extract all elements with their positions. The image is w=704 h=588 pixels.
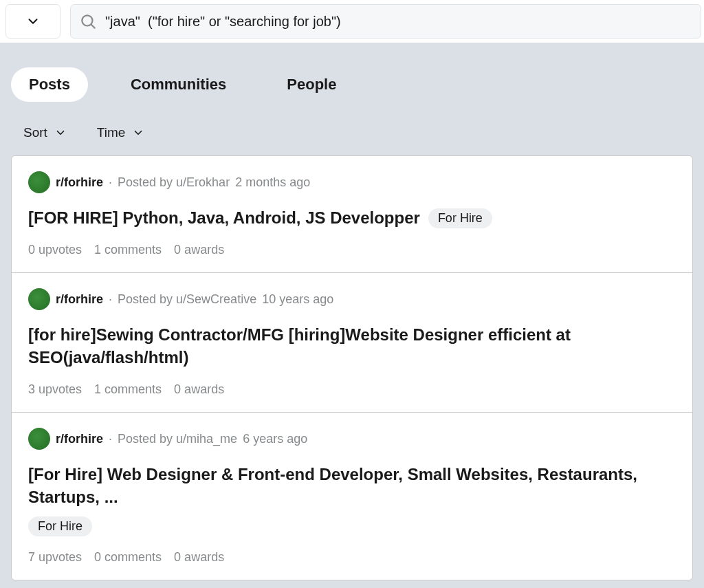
post-title-row: [FOR HIRE] Python, Java, Android, JS Dev…: [28, 207, 676, 229]
post-title[interactable]: [for hire]Sewing Contractor/MFG [hiring]…: [28, 324, 676, 369]
meta-separator: ·: [109, 432, 112, 446]
post-item[interactable]: r/forhire · Posted by u/miha_me 6 years …: [12, 413, 692, 580]
meta-separator: ·: [109, 292, 112, 307]
search-input[interactable]: [105, 14, 692, 30]
post-title-row: [For Hire] Web Designer & Front-end Deve…: [28, 464, 676, 536]
chevron-down-icon: [54, 127, 67, 139]
post-item[interactable]: r/forhire · Posted by u/SewCreative 10 y…: [12, 273, 692, 413]
awards-count: 0 awards: [174, 550, 224, 565]
tab-communities[interactable]: Communities: [113, 67, 244, 102]
post-stats: 0 upvotes 1 comments 0 awards: [28, 243, 676, 257]
subreddit-avatar[interactable]: [28, 288, 50, 310]
meta-separator: ·: [109, 175, 112, 190]
filter-row: Sort Time: [11, 125, 693, 140]
result-tabs: Posts Communities People: [11, 67, 693, 102]
post-time: 6 years ago: [243, 432, 307, 446]
post-stats: 7 upvotes 0 comments 0 awards: [28, 550, 676, 565]
post-time: 2 months ago: [235, 175, 310, 190]
post-title[interactable]: [FOR HIRE] Python, Java, Android, JS Dev…: [28, 207, 420, 229]
post-time: 10 years ago: [262, 292, 333, 307]
post-tag[interactable]: For Hire: [28, 516, 92, 536]
search-icon: [79, 12, 97, 30]
upvotes-count: 0 upvotes: [28, 243, 82, 257]
post-title-row: [for hire]Sewing Contractor/MFG [hiring]…: [28, 324, 676, 369]
post-title[interactable]: [For Hire] Web Designer & Front-end Deve…: [28, 464, 676, 508]
posted-by[interactable]: Posted by u/Erokhar: [118, 175, 230, 190]
subreddit-avatar[interactable]: [28, 428, 50, 450]
chevron-down-icon: [132, 127, 144, 139]
post-tag[interactable]: For Hire: [428, 208, 492, 228]
post-meta: r/forhire · Posted by u/SewCreative 10 y…: [28, 288, 676, 310]
awards-count: 0 awards: [174, 243, 224, 257]
posted-by[interactable]: Posted by u/SewCreative: [118, 292, 256, 307]
time-filter-label: Time: [97, 125, 126, 140]
chevron-down-icon: [25, 14, 41, 29]
upvotes-count: 7 upvotes: [28, 550, 82, 565]
awards-count: 0 awards: [174, 382, 224, 397]
posted-by[interactable]: Posted by u/miha_me: [118, 432, 237, 446]
post-item[interactable]: r/forhire · Posted by u/Erokhar 2 months…: [12, 156, 692, 273]
search-bar[interactable]: [70, 4, 701, 39]
comments-count[interactable]: 0 comments: [94, 550, 162, 565]
post-meta: r/forhire · Posted by u/miha_me 6 years …: [28, 428, 676, 450]
subreddit-link[interactable]: r/forhire: [56, 432, 103, 446]
comments-count[interactable]: 1 comments: [94, 243, 162, 257]
comments-count[interactable]: 1 comments: [94, 382, 162, 397]
subreddit-link[interactable]: r/forhire: [56, 175, 103, 190]
post-list: r/forhire · Posted by u/Erokhar 2 months…: [11, 155, 693, 580]
top-bar: [0, 0, 704, 43]
post-meta: r/forhire · Posted by u/Erokhar 2 months…: [28, 171, 676, 193]
tab-people[interactable]: People: [269, 67, 354, 102]
subreddit-link[interactable]: r/forhire: [56, 292, 103, 307]
tab-posts[interactable]: Posts: [11, 67, 88, 102]
upvotes-count: 3 upvotes: [28, 382, 82, 397]
content-area: Posts Communities People Sort Time r/for…: [0, 43, 704, 580]
sort-filter[interactable]: Sort: [23, 125, 67, 140]
subreddit-avatar[interactable]: [28, 171, 50, 193]
svg-line-1: [91, 25, 95, 28]
nav-dropdown-toggle[interactable]: [6, 4, 60, 39]
sort-filter-label: Sort: [23, 125, 47, 140]
post-stats: 3 upvotes 1 comments 0 awards: [28, 382, 676, 397]
time-filter[interactable]: Time: [97, 125, 145, 140]
